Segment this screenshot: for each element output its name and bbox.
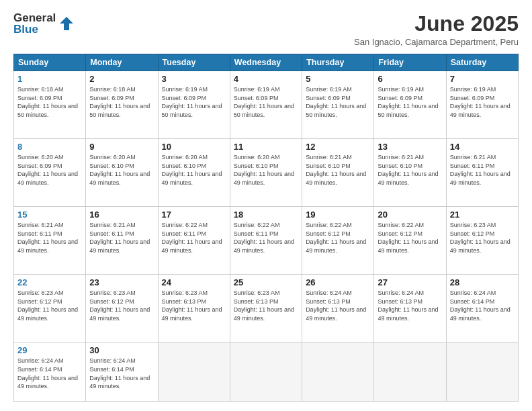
day-number: 18	[234, 210, 298, 220]
day-number: 15	[17, 210, 82, 220]
day-info: Sunrise: 6:22 AMSunset: 6:12 PMDaylight:…	[378, 222, 438, 254]
calendar-cell: 27 Sunrise: 6:24 AMSunset: 6:13 PMDaylig…	[374, 275, 446, 342]
calendar-cell: 23 Sunrise: 6:23 AMSunset: 6:12 PMDaylig…	[86, 275, 158, 342]
day-info: Sunrise: 6:20 AMSunset: 6:10 PMDaylight:…	[89, 154, 150, 186]
day-number: 4	[234, 74, 298, 84]
week-row-2: 8 Sunrise: 6:20 AMSunset: 6:09 PMDayligh…	[14, 139, 519, 207]
day-number: 6	[378, 74, 442, 84]
day-number: 25	[234, 277, 298, 287]
day-number: 9	[89, 142, 154, 152]
week-row-1: 1 Sunrise: 6:18 AMSunset: 6:09 PMDayligh…	[14, 71, 519, 139]
logo-icon	[57, 14, 76, 33]
day-info: Sunrise: 6:19 AMSunset: 6:09 PMDaylight:…	[234, 86, 294, 118]
calendar-cell: 1 Sunrise: 6:18 AMSunset: 6:09 PMDayligh…	[14, 71, 86, 139]
calendar-cell: 20 Sunrise: 6:22 AMSunset: 6:12 PMDaylig…	[374, 207, 446, 275]
logo: General Blue	[13, 12, 76, 35]
calendar-cell: 16 Sunrise: 6:21 AMSunset: 6:11 PMDaylig…	[86, 207, 158, 275]
day-number: 3	[162, 74, 226, 84]
calendar-cell: 19 Sunrise: 6:22 AMSunset: 6:12 PMDaylig…	[302, 207, 374, 275]
calendar-cell: 24 Sunrise: 6:23 AMSunset: 6:13 PMDaylig…	[158, 275, 230, 342]
day-info: Sunrise: 6:18 AMSunset: 6:09 PMDaylight:…	[17, 86, 78, 118]
calendar-cell: 26 Sunrise: 6:24 AMSunset: 6:13 PMDaylig…	[302, 275, 374, 342]
calendar-cell: 7 Sunrise: 6:19 AMSunset: 6:09 PMDayligh…	[446, 71, 518, 139]
day-number: 30	[89, 345, 154, 355]
week-row-5: 29 Sunrise: 6:24 AMSunset: 6:14 PMDaylig…	[14, 342, 519, 402]
day-info: Sunrise: 6:21 AMSunset: 6:11 PMDaylight:…	[89, 222, 150, 254]
calendar-cell	[302, 342, 374, 402]
day-number: 2	[89, 74, 154, 84]
day-info: Sunrise: 6:19 AMSunset: 6:09 PMDaylight:…	[162, 86, 222, 118]
calendar-table: SundayMondayTuesdayWednesdayThursdayFrid…	[13, 54, 519, 402]
day-info: Sunrise: 6:24 AMSunset: 6:13 PMDaylight:…	[378, 289, 438, 322]
day-info: Sunrise: 6:24 AMSunset: 6:13 PMDaylight:…	[306, 289, 366, 322]
location: San Ignacio, Cajamarca Department, Peru	[354, 37, 519, 47]
logo-blue-text: Blue	[13, 24, 56, 35]
day-info: Sunrise: 6:23 AMSunset: 6:13 PMDaylight:…	[162, 289, 222, 322]
day-number: 20	[378, 210, 442, 220]
svg-marker-0	[60, 17, 73, 30]
weekday-thursday: Thursday	[302, 54, 374, 71]
day-info: Sunrise: 6:18 AMSunset: 6:09 PMDaylight:…	[89, 86, 150, 118]
day-number: 26	[306, 277, 370, 287]
weekday-wednesday: Wednesday	[230, 54, 302, 71]
calendar-cell: 6 Sunrise: 6:19 AMSunset: 6:09 PMDayligh…	[374, 71, 446, 139]
calendar-cell: 17 Sunrise: 6:22 AMSunset: 6:11 PMDaylig…	[158, 207, 230, 275]
day-info: Sunrise: 6:19 AMSunset: 6:09 PMDaylight:…	[450, 86, 511, 118]
calendar-cell: 18 Sunrise: 6:22 AMSunset: 6:11 PMDaylig…	[230, 207, 302, 275]
day-number: 17	[162, 210, 226, 220]
day-number: 19	[306, 210, 370, 220]
calendar-cell: 30 Sunrise: 6:24 AMSunset: 6:14 PMDaylig…	[86, 342, 158, 402]
calendar-cell: 28 Sunrise: 6:24 AMSunset: 6:14 PMDaylig…	[446, 275, 518, 342]
day-number: 5	[306, 74, 370, 84]
day-number: 11	[234, 142, 298, 152]
day-number: 23	[89, 277, 154, 287]
day-number: 12	[306, 142, 370, 152]
header: General Blue June 2025 San Ignacio, Caja…	[13, 12, 519, 47]
day-number: 16	[89, 210, 154, 220]
calendar-cell: 15 Sunrise: 6:21 AMSunset: 6:11 PMDaylig…	[14, 207, 86, 275]
day-number: 28	[450, 277, 515, 287]
day-number: 1	[17, 74, 82, 84]
day-info: Sunrise: 6:20 AMSunset: 6:10 PMDaylight:…	[234, 154, 294, 186]
calendar-cell: 11 Sunrise: 6:20 AMSunset: 6:10 PMDaylig…	[230, 139, 302, 207]
day-info: Sunrise: 6:22 AMSunset: 6:11 PMDaylight:…	[162, 222, 222, 254]
calendar-cell: 14 Sunrise: 6:21 AMSunset: 6:11 PMDaylig…	[446, 139, 518, 207]
month-title: June 2025	[354, 12, 519, 36]
day-info: Sunrise: 6:23 AMSunset: 6:12 PMDaylight:…	[450, 222, 511, 254]
day-info: Sunrise: 6:19 AMSunset: 6:09 PMDaylight:…	[378, 86, 438, 118]
calendar-cell: 21 Sunrise: 6:23 AMSunset: 6:12 PMDaylig…	[446, 207, 518, 275]
weekday-sunday: Sunday	[14, 54, 86, 71]
calendar-cell: 3 Sunrise: 6:19 AMSunset: 6:09 PMDayligh…	[158, 71, 230, 139]
day-number: 10	[162, 142, 226, 152]
week-row-4: 22 Sunrise: 6:23 AMSunset: 6:12 PMDaylig…	[14, 275, 519, 342]
week-row-3: 15 Sunrise: 6:21 AMSunset: 6:11 PMDaylig…	[14, 207, 519, 275]
day-number: 7	[450, 74, 515, 84]
calendar-cell: 12 Sunrise: 6:21 AMSunset: 6:10 PMDaylig…	[302, 139, 374, 207]
calendar-cell	[158, 342, 230, 402]
weekday-friday: Friday	[374, 54, 446, 71]
weekday-monday: Monday	[86, 54, 158, 71]
day-info: Sunrise: 6:22 AMSunset: 6:12 PMDaylight:…	[306, 222, 366, 254]
calendar-cell: 25 Sunrise: 6:23 AMSunset: 6:13 PMDaylig…	[230, 275, 302, 342]
weekday-saturday: Saturday	[446, 54, 518, 71]
calendar-cell	[446, 342, 518, 402]
day-info: Sunrise: 6:20 AMSunset: 6:09 PMDaylight:…	[17, 154, 78, 186]
day-number: 27	[378, 277, 442, 287]
title-area: June 2025 San Ignacio, Cajamarca Departm…	[354, 12, 519, 47]
logo-general-text: General	[13, 12, 56, 24]
day-info: Sunrise: 6:23 AMSunset: 6:12 PMDaylight:…	[89, 289, 150, 322]
day-info: Sunrise: 6:23 AMSunset: 6:13 PMDaylight:…	[234, 289, 294, 322]
calendar-cell: 29 Sunrise: 6:24 AMSunset: 6:14 PMDaylig…	[14, 342, 86, 402]
calendar-cell: 8 Sunrise: 6:20 AMSunset: 6:09 PMDayligh…	[14, 139, 86, 207]
day-info: Sunrise: 6:21 AMSunset: 6:10 PMDaylight:…	[306, 154, 366, 186]
calendar-cell: 2 Sunrise: 6:18 AMSunset: 6:09 PMDayligh…	[86, 71, 158, 139]
calendar-cell: 5 Sunrise: 6:19 AMSunset: 6:09 PMDayligh…	[302, 71, 374, 139]
day-number: 14	[450, 142, 515, 152]
day-number: 24	[162, 277, 226, 287]
weekday-header-row: SundayMondayTuesdayWednesdayThursdayFrid…	[14, 54, 519, 71]
day-info: Sunrise: 6:23 AMSunset: 6:12 PMDaylight:…	[17, 289, 78, 322]
day-info: Sunrise: 6:24 AMSunset: 6:14 PMDaylight:…	[17, 357, 78, 390]
day-info: Sunrise: 6:21 AMSunset: 6:10 PMDaylight:…	[378, 154, 438, 186]
calendar-cell: 4 Sunrise: 6:19 AMSunset: 6:09 PMDayligh…	[230, 71, 302, 139]
day-number: 22	[17, 277, 82, 287]
